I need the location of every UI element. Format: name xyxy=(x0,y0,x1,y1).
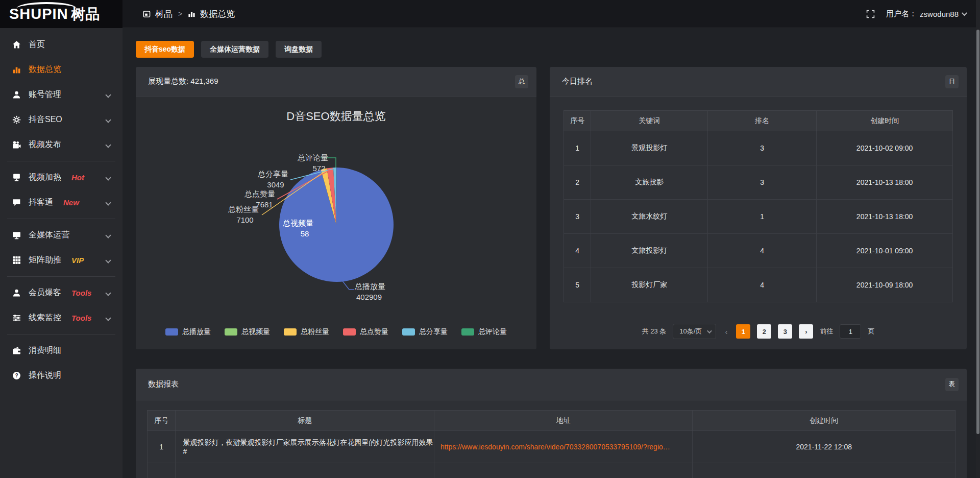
goto-page-input[interactable] xyxy=(840,324,861,339)
breadcrumb-current[interactable]: 数据总览 xyxy=(200,8,235,20)
legend-item[interactable]: 总视频量 xyxy=(225,327,270,337)
col-title: 标题 xyxy=(176,411,434,431)
sidebar-item-consumption[interactable]: 消费明细 xyxy=(0,338,122,363)
chevron-down-icon xyxy=(105,175,111,180)
table-badge-button[interactable]: 表 xyxy=(945,378,959,391)
day-badge-button[interactable]: 日 xyxy=(945,75,959,88)
fullscreen-icon[interactable] xyxy=(866,10,875,18)
sidebar-item-doketong[interactable]: 抖客通 New xyxy=(0,190,122,215)
sidebar-item-matrix-boost[interactable]: 矩阵助推 VIP xyxy=(0,248,122,273)
col-no: 序号 xyxy=(564,111,591,131)
sidebar-item-media-ops[interactable]: 全媒体运营 xyxy=(0,223,122,248)
sidebar-item-account[interactable]: 账号管理 xyxy=(0,82,122,107)
pie-label-value: 3049 xyxy=(267,180,284,189)
legend-swatch xyxy=(165,328,178,336)
scrollbar-thumb[interactable] xyxy=(976,30,979,434)
tab-media-ops[interactable]: 全媒体运营数据 xyxy=(201,41,268,58)
sidebar-item-label: 会员爆客 xyxy=(29,288,61,298)
tab-inquiry[interactable]: 询盘数据 xyxy=(276,41,322,58)
report-table: 序号 标题 地址 创建时间 1 景观投影灯，夜游景观投影灯厂家展示展示落花灯在花… xyxy=(147,410,955,478)
panel-title: 数据报表 xyxy=(148,379,179,389)
home-icon xyxy=(12,40,21,49)
pie-label-name: 总播放量 xyxy=(354,282,385,291)
sidebar-divider xyxy=(7,161,115,161)
legend-item[interactable]: 总点赞量 xyxy=(343,327,388,337)
sidebar-item-clue-monitor[interactable]: 线索监控 Tools xyxy=(0,305,122,330)
table-row[interactable]: 1 景观投影灯，夜游景观投影灯厂家展示展示落花灯在花园里的灯光投影应用效果 # … xyxy=(148,431,955,463)
panel-header: 展现量总数: 421,369 总 xyxy=(136,67,536,97)
page-button-3[interactable]: 3 xyxy=(778,324,792,339)
sidebar-item-help[interactable]: ? 操作说明 xyxy=(0,363,122,388)
legend-item[interactable]: 总评论量 xyxy=(461,327,507,337)
vip-badge: VIP xyxy=(71,256,84,265)
table-row[interactable]: 2文旅投影32021-10-13 18:00 xyxy=(564,165,953,200)
video-title: 景观投影灯，夜游景观投影灯厂家展示展示落花灯在花园里的灯光投影应用效果 # xyxy=(176,431,434,463)
total-badge-button[interactable]: 总 xyxy=(515,75,528,88)
table-row[interactable]: 3文旅水纹灯12021-10-13 18:00 xyxy=(564,200,953,234)
sidebar-item-label: 消费明细 xyxy=(29,345,61,356)
legend-label: 总评论量 xyxy=(478,327,507,337)
page-size-select[interactable]: 10条/页 xyxy=(673,324,716,339)
chevron-down-icon xyxy=(105,290,111,296)
pagination: 共 23 条 10条/页 ‹ 1 2 3 › 前往 页 xyxy=(564,324,953,339)
gear-icon xyxy=(12,115,21,124)
next-page-button[interactable]: › xyxy=(799,324,813,339)
prev-page-button[interactable]: ‹ xyxy=(723,327,729,336)
chevron-down-icon xyxy=(105,232,111,238)
sidebar-item-label: 抖音SEO xyxy=(29,114,62,125)
page-button-2[interactable]: 2 xyxy=(757,324,771,339)
leader-line xyxy=(342,280,354,290)
breadcrumb-root[interactable]: 树品 xyxy=(155,8,173,20)
sidebar-divider xyxy=(7,219,115,219)
report-table-area: 序号 标题 地址 创建时间 1 景观投影灯，夜游景观投影灯厂家展示展示落花灯在花… xyxy=(136,410,967,478)
page-scrollbar[interactable] xyxy=(976,0,980,478)
pie-label-name: 总视频量 xyxy=(282,219,313,227)
sidebar-item-member[interactable]: 会员爆客 Tools xyxy=(0,280,122,305)
legend-swatch xyxy=(343,328,356,336)
table-row[interactable] xyxy=(148,463,955,478)
user-menu[interactable]: 用户名：zswodun88 xyxy=(886,9,966,19)
bar-chart-icon xyxy=(188,10,195,18)
panel-header: 数据报表 表 xyxy=(136,369,967,400)
sidebar-divider xyxy=(7,276,115,277)
sidebar-item-video-heat[interactable]: 视频加热 Hot xyxy=(0,165,122,190)
sidebar-item-douyin-seo[interactable]: 抖音SEO xyxy=(0,107,122,132)
user-icon xyxy=(12,90,21,99)
pie-chart: 总评论量 572 总分享量 3049 总点赞量 7681 总粉丝量 7100 总… xyxy=(136,97,536,321)
page-button-1[interactable]: 1 xyxy=(736,324,750,339)
legend-item[interactable]: 总粉丝量 xyxy=(284,327,329,337)
table-row[interactable]: 5投影灯厂家42021-10-09 18:00 xyxy=(564,268,953,302)
table-row[interactable]: 1景观投影灯32021-10-02 09:00 xyxy=(564,131,953,165)
sidebar-item-label: 首页 xyxy=(29,39,45,50)
col-url: 地址 xyxy=(434,411,693,431)
ranking-table: 序号 关键词 排名 创建时间 1景观投影灯32021-10-02 09:00 xyxy=(564,110,953,302)
legend-swatch xyxy=(402,328,415,336)
pie-chart-area: D音SEO数据量总览 总评论量 572 总分享量 3049 总点赞量 7681 xyxy=(136,97,536,349)
screen-icon xyxy=(12,173,21,182)
chevron-down-icon xyxy=(105,92,111,98)
user-icon xyxy=(12,289,21,297)
col-created: 创建时间 xyxy=(817,111,953,131)
video-link[interactable]: https://www.iesdouyin.com/share/video/70… xyxy=(434,431,693,463)
chevron-down-icon xyxy=(105,315,111,321)
goto-label: 前往 xyxy=(820,327,833,336)
sidebar-item-video-publish[interactable]: 视频发布 xyxy=(0,132,122,157)
sidebar-item-home[interactable]: 首页 xyxy=(0,32,122,57)
ranking-table-area: 序号 关键词 排名 创建时间 1景观投影灯32021-10-02 09:00 xyxy=(550,97,967,339)
legend-item[interactable]: 总分享量 xyxy=(402,327,448,337)
chevron-down-icon xyxy=(105,257,111,263)
legend-item[interactable]: 总播放量 xyxy=(165,327,211,337)
sidebar-item-label: 全媒体运营 xyxy=(29,230,69,241)
seo-overview-panel: 展现量总数: 421,369 总 D音SEO数据量总览 总评论量 572 xyxy=(136,67,536,349)
sidebar-item-data-overview[interactable]: 数据总览 xyxy=(0,57,122,82)
main-content: 抖音seo数据 全媒体运营数据 询盘数据 展现量总数: 421,369 总 D音… xyxy=(122,28,980,478)
tab-douyin-seo[interactable]: 抖音seo数据 xyxy=(136,41,194,58)
question-circle-icon: ? xyxy=(12,371,21,380)
table-header-row: 序号 标题 地址 创建时间 xyxy=(148,411,955,431)
monitor-icon xyxy=(12,231,21,240)
page-size-value: 10条/页 xyxy=(679,327,702,336)
panel-title: 今日排名 xyxy=(562,77,593,86)
table-row[interactable]: 4文旅投影灯42021-10-01 09:00 xyxy=(564,234,953,268)
table-header-row: 序号 关键词 排名 创建时间 xyxy=(564,111,953,131)
tools-badge: Tools xyxy=(71,314,91,322)
